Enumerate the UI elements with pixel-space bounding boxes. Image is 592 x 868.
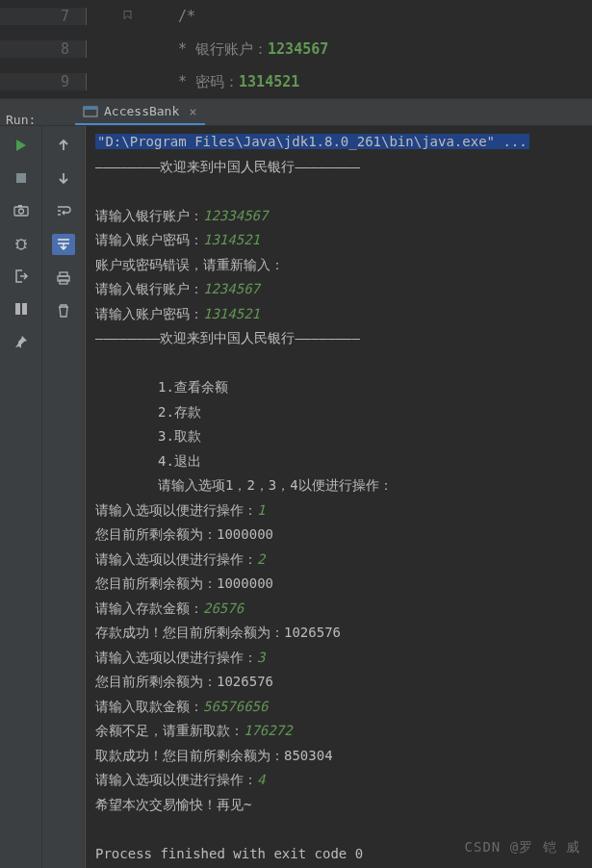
print-icon[interactable] xyxy=(54,268,73,288)
console-line: 请输入银行账户：1234567 xyxy=(95,277,582,302)
console-line: 请输入选项以便进行操作：3 xyxy=(95,646,582,671)
console-output[interactable]: "D:\Program Files\Java\jdk1.8.0_261\bin\… xyxy=(85,126,592,868)
console-line: 存款成功！您目前所剩余额为：1026576 xyxy=(95,621,582,646)
command-line: "D:\Program Files\Java\jdk1.8.0_261\bin\… xyxy=(95,130,582,155)
svg-line-10 xyxy=(24,240,26,242)
user-input: 4 xyxy=(257,772,265,787)
run-toolbar-secondary xyxy=(42,126,85,868)
console-line: 请输入银行账户：12334567 xyxy=(95,204,582,229)
user-input: 1314521 xyxy=(203,232,260,247)
console-line: 1.查看余额 xyxy=(95,375,582,400)
user-input: 1314521 xyxy=(203,306,260,321)
code-line[interactable]: 9 * 密码：1314521 xyxy=(0,65,592,98)
console-line: 请输入选项以便进行操作：2 xyxy=(95,548,582,573)
run-label: Run: xyxy=(6,113,36,127)
console-line: 请输入取款金额：56576656 xyxy=(95,695,582,720)
svg-rect-5 xyxy=(18,205,22,207)
user-input: 2 xyxy=(257,551,265,567)
scroll-icon[interactable] xyxy=(52,234,75,255)
up-icon[interactable] xyxy=(54,136,73,155)
user-input: 1234567 xyxy=(203,281,260,296)
console-line: ————————欢迎来到中国人民银行———————— xyxy=(95,326,582,351)
user-input: 1 xyxy=(257,502,265,518)
svg-rect-1 xyxy=(84,107,97,110)
watermark: CSDN @罗 铠 威 xyxy=(465,839,580,856)
tab-label: AccessBank xyxy=(104,104,179,118)
gutter-number: 7 xyxy=(0,8,87,25)
run-tab-bar: AccessBank × xyxy=(0,99,592,126)
camera-icon[interactable] xyxy=(12,201,31,220)
svg-point-4 xyxy=(18,209,23,214)
code-text: * 银行账户：1234567 xyxy=(87,40,328,59)
console-line xyxy=(95,351,582,376)
code-line[interactable]: 7/* xyxy=(0,0,592,33)
user-input: 12334567 xyxy=(203,208,268,223)
console-line xyxy=(95,817,582,842)
console-line: 希望本次交易愉快！再见~ xyxy=(95,793,582,818)
console-line: 您目前所剩余额为：1000000 xyxy=(95,523,582,548)
console-line: 请输入账户密码：1314521 xyxy=(95,302,582,327)
layout-icon[interactable] xyxy=(12,299,31,319)
wrap-icon[interactable] xyxy=(54,201,73,220)
svg-rect-14 xyxy=(22,303,27,315)
user-input: 56576656 xyxy=(203,699,268,714)
gutter-number: 8 xyxy=(0,40,87,58)
console-line: 请输入账户密码：1314521 xyxy=(95,228,582,253)
user-input: 176272 xyxy=(244,723,293,738)
console-line: 请输入选项以便进行操作：4 xyxy=(95,768,582,793)
svg-line-9 xyxy=(16,240,18,242)
tab-accessbank[interactable]: AccessBank × xyxy=(75,99,205,125)
console-line: 4.退出 xyxy=(95,449,582,474)
bug-icon[interactable] xyxy=(12,234,31,253)
console-line xyxy=(95,179,582,204)
fold-icon[interactable] xyxy=(123,11,133,23)
down-icon[interactable] xyxy=(54,168,73,188)
gutter-number: 9 xyxy=(0,73,87,90)
exit-icon[interactable] xyxy=(12,267,31,286)
console-line: 3.取款 xyxy=(95,424,582,449)
console-line: 您目前所剩余额为：1026576 xyxy=(95,670,582,695)
user-input: 26576 xyxy=(203,600,244,616)
pin-icon[interactable] xyxy=(12,332,31,351)
console-line: 请输入选项以便进行操作：1 xyxy=(95,498,582,523)
console-line: 2.存款 xyxy=(95,400,582,425)
console-line: 请输入存款金额：26576 xyxy=(95,597,582,622)
close-icon[interactable]: × xyxy=(189,104,196,119)
code-text: /* xyxy=(87,8,195,25)
console-line: 账户或密码错误，请重新输入： xyxy=(95,253,582,278)
svg-rect-2 xyxy=(16,173,26,183)
stop-icon[interactable] xyxy=(12,168,31,188)
play-icon[interactable] xyxy=(12,136,31,155)
code-line[interactable]: 8 * 银行账户：1234567 xyxy=(0,33,592,65)
console-line: 您目前所剩余额为：1000000 xyxy=(95,572,582,597)
java-app-icon xyxy=(83,104,98,119)
console-line: 请输入选项1，2，3，4以便进行操作： xyxy=(95,473,582,498)
svg-rect-17 xyxy=(60,280,67,284)
code-editor[interactable]: 7/*8 * 银行账户：12345679 * 密码：1314521 xyxy=(0,0,592,99)
console-line: ————————欢迎来到中国人民银行———————— xyxy=(95,155,582,180)
svg-rect-13 xyxy=(15,303,20,315)
console-line: 取款成功！您目前所剩余额为：850304 xyxy=(95,744,582,769)
run-toolbar-primary xyxy=(0,126,42,868)
console-line: 余额不足，请重新取款：176272 xyxy=(95,719,582,744)
trash-icon[interactable] xyxy=(54,301,73,320)
user-input: 3 xyxy=(257,650,265,665)
code-text: * 密码：1314521 xyxy=(87,73,299,91)
